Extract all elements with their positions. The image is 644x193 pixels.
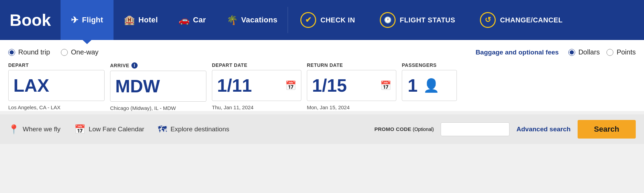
return-date-field-group: RETURN DATE 1/15 📅 Mon, Jan 15, 2024	[307, 62, 396, 110]
car-icon: 🚗	[179, 15, 190, 26]
booking-main: Round trip One-way Baggage and optional …	[0, 40, 644, 111]
flight-status-label: FLIGHT STATUS	[400, 16, 455, 24]
one-way-radio[interactable]	[61, 49, 68, 56]
book-logo: Book	[0, 0, 61, 40]
return-date-value: 1/15	[312, 77, 347, 94]
promo-code-input[interactable]	[441, 122, 509, 136]
nav-hotel-label: Hotel	[138, 16, 158, 24]
nav-change-cancel[interactable]: ↺ CHANGE/CANCEL	[468, 12, 575, 28]
explore-destinations-link[interactable]: 🗺 Explore destinations	[158, 124, 243, 135]
depart-date-input-box[interactable]: 1/11 📅	[212, 70, 301, 101]
round-trip-radio[interactable]	[8, 49, 15, 56]
trip-type-row: Round trip One-way Baggage and optional …	[8, 48, 636, 56]
where-we-fly-icon: 📍	[8, 124, 19, 135]
nav-checkin[interactable]: ✔ CHECK IN	[288, 12, 367, 28]
arrive-info-icon[interactable]: i	[131, 62, 138, 69]
depart-code: LAX	[13, 77, 49, 94]
points-label: Points	[616, 48, 636, 56]
bottom-links: 📍 Where we fly 📅 Low Fare Calendar 🗺 Exp…	[8, 124, 374, 135]
nav-flight-label: Flight	[82, 16, 103, 24]
dollars-option[interactable]: Dollars	[568, 48, 600, 56]
advanced-search-link[interactable]: Advanced search	[516, 125, 570, 133]
search-button[interactable]: Search	[578, 120, 636, 139]
nav-item-car[interactable]: 🚗 Car	[168, 0, 216, 40]
return-date-label: RETURN DATE	[307, 62, 396, 68]
round-trip-option[interactable]: Round trip	[8, 48, 50, 56]
promo-section: PROMO CODE (Optional) Advanced search Se…	[374, 120, 636, 139]
return-date-subtext: Mon, Jan 15, 2024	[307, 104, 396, 110]
passengers-count: 1	[408, 77, 418, 94]
points-radio[interactable]	[607, 49, 613, 56]
depart-date-subtext: Thu, Jan 11, 2024	[212, 104, 301, 110]
baggage-fees-link[interactable]: Baggage and optional fees	[475, 49, 559, 56]
points-option[interactable]: Points	[607, 48, 636, 56]
dollars-label: Dollars	[578, 48, 600, 56]
one-way-option[interactable]: One-way	[61, 48, 98, 56]
passengers-input-box[interactable]: 1 👤	[402, 70, 457, 101]
return-calendar-icon: 📅	[380, 80, 391, 91]
hotel-icon: 🏨	[124, 15, 135, 26]
arrive-input-box[interactable]: MDW	[110, 71, 206, 102]
promo-optional: (Optional)	[413, 126, 434, 132]
trip-type-right: Baggage and optional fees Dollars Points	[475, 48, 636, 56]
arrive-label: ARRIVE i	[110, 62, 206, 69]
nav-vacations-label: Vacations	[241, 16, 277, 24]
low-fare-icon: 📅	[74, 124, 85, 135]
low-fare-label: Low Fare Calendar	[89, 125, 144, 133]
nav-item-hotel[interactable]: 🏨 Hotel	[114, 0, 168, 40]
navbar: Book ✈ Flight 🏨 Hotel 🚗 Car 🌴 Vacations …	[0, 0, 644, 40]
flight-status-icon: 🕐	[380, 12, 396, 28]
depart-field-group: DEPART LAX Los Angeles, CA - LAX	[8, 62, 105, 110]
one-way-label: One-way	[71, 48, 98, 56]
explore-icon: 🗺	[158, 124, 167, 135]
arrive-field-group: ARRIVE i MDW Chicago (Midway), IL - MDW	[110, 62, 206, 111]
where-we-fly-label: Where we fly	[23, 125, 61, 133]
fields-row: DEPART LAX Los Angeles, CA - LAX ARRIVE …	[8, 62, 636, 111]
promo-label: PROMO CODE	[374, 126, 411, 132]
nav-item-flight[interactable]: ✈ Flight	[61, 0, 114, 40]
passengers-field-group: PASSENGERS 1 👤	[402, 62, 457, 101]
person-icon: 👤	[423, 78, 439, 93]
arrive-code: MDW	[115, 77, 160, 95]
depart-date-value: 1/11	[217, 77, 252, 94]
nav-flight-status[interactable]: 🕐 FLIGHT STATUS	[367, 12, 468, 28]
depart-date-label: DEPART DATE	[212, 62, 301, 68]
round-trip-label: Round trip	[18, 48, 50, 56]
payment-options: Dollars Points	[568, 48, 636, 56]
checkin-label: CHECK IN	[320, 16, 355, 24]
nav-item-vacations[interactable]: 🌴 Vacations	[216, 0, 288, 40]
arrive-subtext: Chicago (Midway), IL - MDW	[110, 105, 206, 111]
change-cancel-label: CHANGE/CANCEL	[500, 16, 562, 24]
depart-calendar-icon: 📅	[285, 80, 296, 91]
depart-date-field-group: DEPART DATE 1/11 📅 Thu, Jan 11, 2024	[212, 62, 301, 110]
depart-label: DEPART	[8, 62, 105, 68]
promo-label-group: PROMO CODE (Optional)	[374, 126, 434, 132]
depart-subtext: Los Angeles, CA - LAX	[8, 104, 105, 110]
flight-icon: ✈	[71, 15, 78, 26]
trip-type-options: Round trip One-way	[8, 48, 98, 56]
passengers-label: PASSENGERS	[402, 62, 457, 68]
nav-car-label: Car	[193, 16, 206, 24]
low-fare-calendar-link[interactable]: 📅 Low Fare Calendar	[74, 124, 158, 135]
explore-label: Explore destinations	[170, 125, 229, 133]
vacations-icon: 🌴	[227, 15, 238, 26]
dollars-radio[interactable]	[568, 49, 575, 56]
change-cancel-icon: ↺	[480, 12, 496, 28]
checkin-icon: ✔	[300, 12, 316, 28]
depart-input-box[interactable]: LAX	[8, 70, 105, 101]
nav-right: ✔ CHECK IN 🕐 FLIGHT STATUS ↺ CHANGE/CANC…	[288, 0, 575, 40]
where-we-fly-link[interactable]: 📍 Where we fly	[8, 124, 74, 135]
bottom-bar: 📍 Where we fly 📅 Low Fare Calendar 🗺 Exp…	[0, 114, 644, 144]
return-date-input-box[interactable]: 1/15 📅	[307, 70, 396, 101]
